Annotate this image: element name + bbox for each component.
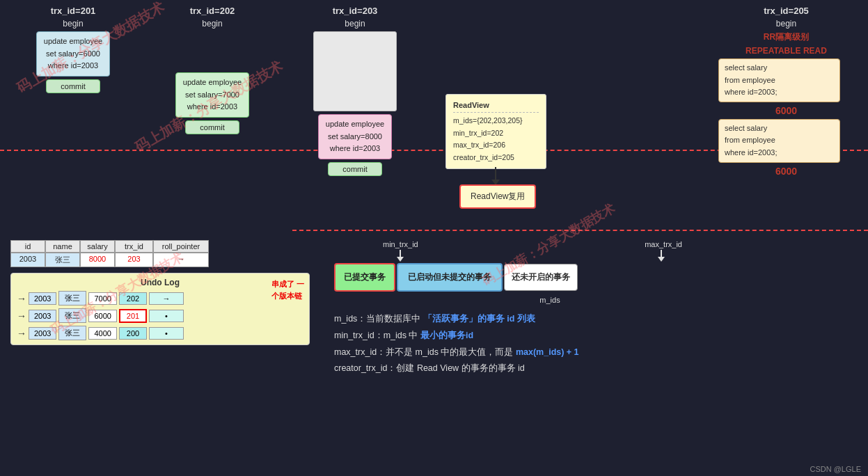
max-trx-label: max_trx_id bbox=[645, 240, 682, 248]
table-data-row: 2003 张三 8000 203 → bbox=[10, 253, 310, 267]
main-container: 码上加薪：分享大数据技术 码上加薪：分享大数据技术 码上加薪：分享大数据技术 码… bbox=[0, 0, 868, 476]
trx-205-sql2: select salaryfrom employeewhere id=2003; bbox=[718, 119, 840, 163]
trx-205-result2: 6000 bbox=[718, 166, 854, 177]
th-trxid: trx_id bbox=[115, 240, 153, 253]
active-uncommitted-box: 已启动但未提交的事务 bbox=[397, 263, 503, 292]
th-name: name bbox=[45, 240, 80, 253]
trx-col-202: trx_id=202 begin update employeeset sala… bbox=[160, 6, 265, 134]
trx-202-commit: commit bbox=[185, 120, 239, 134]
trx-205-result1: 6000 bbox=[718, 105, 854, 116]
rr-label2: REPEATABLE READ bbox=[718, 46, 854, 56]
readview-max: max_trx_id=206 bbox=[453, 139, 539, 152]
legend-line1: m_ids：当前数据库中 「活跃事务」的事务 id 列表 bbox=[334, 311, 696, 328]
state-boxes-row: 已提交事务 已启动但未提交的事务 还未开启的事务 bbox=[334, 263, 696, 292]
legend: m_ids：当前数据库中 「活跃事务」的事务 id 列表 min_trx_id：… bbox=[334, 311, 696, 377]
th-rollptr: roll_pointer bbox=[153, 240, 209, 253]
readview-reuse-box: ReadView复用 bbox=[459, 184, 536, 209]
legend-line4: creator_trx_id：创建 Read View 的事务的事务 id bbox=[334, 360, 696, 377]
undo-row-3: → 2003 张三 4000 200 • bbox=[17, 326, 303, 340]
td-name: 张三 bbox=[45, 253, 80, 267]
legend-l3-highlight: max(m_ids) + 1 bbox=[516, 347, 579, 357]
undo-log-title: Undo Log bbox=[17, 278, 303, 287]
trx-201-sql: update employeeset salary=6000where id=2… bbox=[36, 31, 110, 77]
legend-l2-highlight: 最小的事务id bbox=[420, 331, 473, 340]
td-trxid: 203 bbox=[115, 253, 153, 267]
trx-203-sql: update employeeset salary=8000where id=2… bbox=[318, 114, 392, 159]
undo-row-1: → 2003 张三 7000 202 → bbox=[17, 291, 303, 306]
legend-line3: max_trx_id：并不是 m_ids 中的最大值，而是 max(m_ids)… bbox=[334, 344, 696, 361]
committed-box: 已提交事务 bbox=[334, 263, 395, 292]
trx-202-id: trx_id=202 bbox=[190, 6, 235, 16]
legend-l2-prefix: min_trx_id：m_ids 中 bbox=[334, 331, 420, 340]
legend-l1-prefix: m_ids：当前数据库中 bbox=[334, 314, 423, 324]
readview-title: ReadView bbox=[453, 99, 539, 113]
labels-row: min_trx_id max_trx_id bbox=[334, 240, 696, 248]
trx-col-203: trx_id=203 begin update employeeset sala… bbox=[299, 6, 411, 176]
readview-m-ids: m_ids={202,203,205} bbox=[453, 115, 539, 127]
rr-label: RR隔离级别 bbox=[718, 31, 854, 43]
trx-col-205: trx_id=205 begin RR隔离级别 REPEATABLE READ … bbox=[718, 6, 854, 177]
m-ids-label: m_ids bbox=[404, 296, 696, 304]
chain-label: 串成了 一个版本链 bbox=[271, 278, 310, 301]
csdn-credit: CSDN @LGLE bbox=[810, 465, 861, 473]
arrows-row bbox=[334, 250, 696, 262]
trx-203-commit: commit bbox=[328, 162, 381, 176]
trx-203-begin: begin bbox=[345, 19, 365, 29]
trx-205-sql1: select salaryfrom employeewhere id=2003; bbox=[718, 58, 840, 102]
readview-note: ReadView m_ids={202,203,205} min_trx_id=… bbox=[445, 94, 546, 169]
trx-205-begin: begin bbox=[718, 19, 854, 29]
left-bottom: id name salary trx_id roll_pointer 2003 … bbox=[10, 240, 310, 345]
mid-bottom: min_trx_id max_trx_id 已提交事务 已启动但未提交的事务 还… bbox=[334, 240, 696, 377]
td-salary: 8000 bbox=[80, 253, 115, 267]
readview-creator: creator_trx_id=205 bbox=[453, 152, 539, 164]
td-rollptr: → bbox=[153, 253, 209, 267]
trx-205-id: trx_id=205 bbox=[718, 6, 854, 16]
legend-l3-prefix: max_trx_id：并不是 m_ids 中的最大值，而是 bbox=[334, 347, 516, 357]
legend-l4-text: creator_trx_id：创建 Read View 的事务的事务 id bbox=[334, 363, 525, 373]
undo-log-container: Undo Log → 2003 张三 7000 202 → → 2003 张三 … bbox=[10, 273, 310, 345]
trx-col-201: trx_id=201 begin update employeeset sala… bbox=[21, 6, 125, 93]
legend-line2: min_trx_id：m_ids 中 最小的事务id bbox=[334, 328, 696, 344]
h-line-2 bbox=[292, 230, 868, 231]
th-salary: salary bbox=[80, 240, 115, 253]
min-trx-label: min_trx_id bbox=[383, 240, 418, 248]
readview-arrow bbox=[491, 167, 500, 185]
table-header-row: id name salary trx_id roll_pointer bbox=[10, 240, 310, 253]
not-started-box: 还未开启的事务 bbox=[504, 264, 578, 291]
trx-201-commit: commit bbox=[46, 79, 100, 93]
td-id: 2003 bbox=[10, 253, 45, 267]
th-id: id bbox=[10, 240, 45, 253]
trx-203-id: trx_id=203 bbox=[333, 6, 378, 16]
current-table: id name salary trx_id roll_pointer 2003 … bbox=[10, 240, 310, 267]
trx-202-begin: begin bbox=[202, 19, 222, 29]
trx-202-sql: update employeeset salary=7000where id=2… bbox=[175, 72, 249, 118]
undo-row-2: → 2003 张三 6000 201 • bbox=[17, 308, 303, 323]
legend-l1-highlight: 「活跃事务」的事务 id 列表 bbox=[423, 314, 535, 324]
readview-min: min_trx_id=202 bbox=[453, 127, 539, 140]
trx-201-id: trx_id=201 bbox=[51, 6, 96, 16]
trx-201-begin: begin bbox=[63, 19, 83, 29]
